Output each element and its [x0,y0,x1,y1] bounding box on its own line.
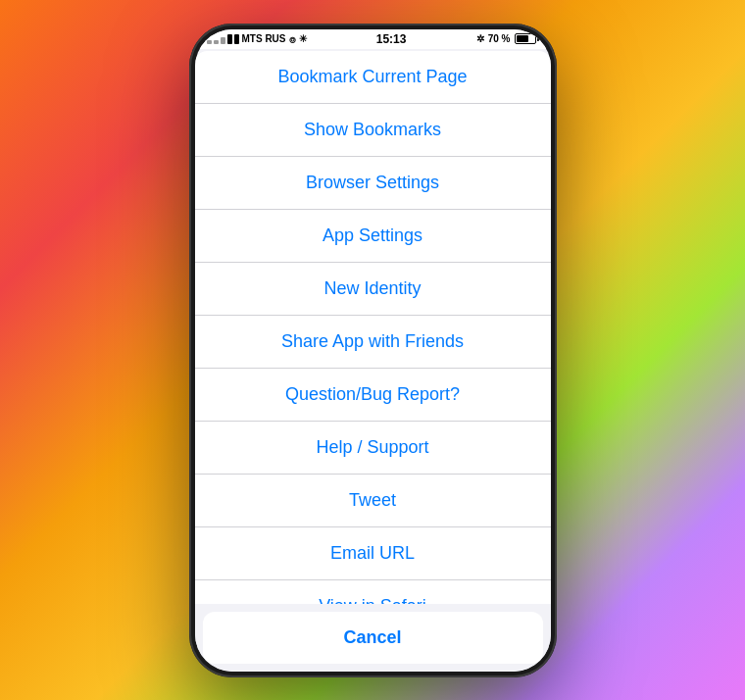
menu-item-label-browser-settings: Browser Settings [306,173,439,193]
menu-item-label-new-identity: New Identity [323,278,421,299]
screen: MTS RUS ⌾ ✳ 15:13 ✲ 70 % Bookmark Curre [195,29,551,672]
battery-label: 70 % [488,33,511,44]
cancel-section: Cancel [195,604,551,672]
menu-item-share-app-with-friends[interactable]: Share App with Friends [195,316,551,369]
menu-item-new-identity[interactable]: New Identity [195,263,551,316]
menu-item-browser-settings[interactable]: Browser Settings [195,157,551,210]
signal-strength-icon [207,34,239,44]
menu-item-show-bookmarks[interactable]: Show Bookmarks [195,104,551,157]
action-sheet: Bookmark Current PageShow BookmarksBrows… [195,49,551,672]
menu-item-label-view-in-safari: View in Safari [319,596,426,604]
menu-item-app-settings[interactable]: App Settings [195,210,551,263]
status-right: ✲ 70 % [476,33,539,44]
menu-item-label-show-bookmarks: Show Bookmarks [304,120,441,140]
menu-item-tweet[interactable]: Tweet [195,475,551,527]
battery-icon [515,33,539,44]
wifi-icon: ⌾ [289,33,296,45]
menu-item-question-bug-report[interactable]: Question/Bug Report? [195,369,551,422]
status-left: MTS RUS ⌾ ✳ [207,33,307,45]
carrier-label: MTS RUS [242,33,286,44]
menu-item-label-email-url: Email URL [330,543,415,564]
menu-item-label-tweet: Tweet [349,490,396,511]
menu-item-label-help-support: Help / Support [316,437,428,458]
action-menu: Bookmark Current PageShow BookmarksBrows… [195,51,551,604]
cancel-button[interactable]: Cancel [203,612,543,664]
menu-item-help-support[interactable]: Help / Support [195,422,551,475]
menu-item-bookmark-current-page[interactable]: Bookmark Current Page [195,51,551,104]
menu-item-label-question-bug-report: Question/Bug Report? [285,384,460,405]
time-display: 15:13 [376,32,407,46]
menu-item-email-url[interactable]: Email URL [195,527,551,580]
bluetooth-icon: ✲ [476,33,484,44]
menu-item-label-bookmark-current-page: Bookmark Current Page [277,67,467,87]
menu-item-label-app-settings: App Settings [323,225,422,246]
phone-frame: MTS RUS ⌾ ✳ 15:13 ✲ 70 % Bookmark Curre [189,24,557,677]
status-bar: MTS RUS ⌾ ✳ 15:13 ✲ 70 % [195,29,551,49]
menu-item-label-share-app-with-friends: Share App with Friends [281,331,464,352]
menu-item-view-in-safari[interactable]: View in Safari [195,580,551,604]
network-icon: ✳ [299,33,307,44]
